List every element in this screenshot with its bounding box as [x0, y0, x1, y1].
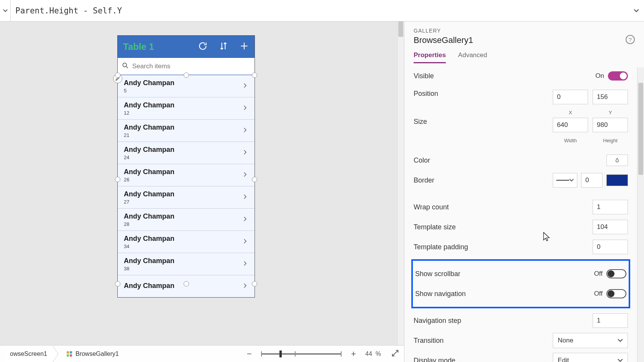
wrap-count-label: Wrap count — [414, 203, 593, 211]
gallery-item-title: Andy Champan — [124, 146, 242, 154]
size-label: Size — [414, 118, 553, 126]
gallery-item-subtitle: 24 — [124, 155, 242, 160]
border-width-input[interactable] — [581, 173, 603, 188]
gallery-item[interactable]: Andy Champan38 — [118, 253, 255, 275]
tab-advanced[interactable]: Advanced — [458, 51, 487, 63]
wrap-count-input[interactable] — [593, 200, 628, 214]
formula-input[interactable]: Parent.Height - Self.Y — [11, 6, 629, 15]
gallery-item-subtitle: 28 — [124, 221, 242, 227]
show-scrollbar-toggle[interactable] — [606, 269, 626, 278]
tab-properties[interactable]: Properties — [414, 51, 446, 63]
selection-handle[interactable] — [184, 281, 189, 286]
chevron-right-icon[interactable] — [242, 282, 248, 291]
gallery-item-title: Andy Champan — [124, 235, 242, 243]
chevron-right-icon[interactable] — [242, 149, 248, 157]
gallery-item-subtitle: 34 — [124, 244, 242, 249]
breadcrumb-screen[interactable]: owseScreen1 — [5, 346, 53, 362]
gallery-item[interactable]: Andy Champan34 — [118, 231, 255, 253]
display-mode-dropdown[interactable]: Edit — [553, 353, 628, 362]
zoom-in-button[interactable]: + — [348, 349, 358, 359]
gallery-item-subtitle: 21 — [124, 132, 242, 138]
svg-point-0 — [123, 63, 127, 67]
breadcrumb-control[interactable]: BrowseGallery1 — [61, 346, 124, 362]
selection-handle[interactable] — [115, 72, 120, 78]
border-style-dropdown[interactable] — [553, 173, 577, 188]
zoom-slider[interactable] — [261, 353, 342, 355]
chevron-right-icon[interactable] — [242, 127, 248, 135]
gallery-item[interactable]: Andy Champan27 — [118, 186, 255, 209]
app-title-label: Table 1 — [123, 41, 194, 52]
svg-rect-1 — [67, 351, 69, 354]
border-label: Border — [414, 176, 553, 184]
chevron-right-icon[interactable] — [242, 260, 248, 268]
formula-expand-button[interactable] — [629, 8, 644, 13]
gallery-item-subtitle: 38 — [124, 266, 242, 272]
selection-handle[interactable] — [115, 281, 120, 286]
chevron-right-icon[interactable] — [242, 238, 248, 246]
gallery-item-subtitle: 27 — [124, 199, 242, 205]
gallery-item-subtitle: 5 — [124, 88, 242, 94]
gallery-item[interactable]: Andy Champan26 — [118, 164, 255, 186]
breadcrumb-screen-label: owseScreen1 — [10, 350, 47, 357]
gallery-item-subtitle: 26 — [124, 177, 242, 183]
chevron-right-icon[interactable] — [242, 82, 248, 90]
gallery-icon — [66, 351, 72, 357]
selection-handle[interactable] — [252, 281, 257, 286]
formula-property-dropdown[interactable] — [0, 0, 11, 21]
add-icon[interactable] — [239, 41, 249, 53]
panel-vertical-scrollbar[interactable] — [637, 67, 644, 362]
svg-rect-2 — [70, 351, 72, 354]
selection-handle[interactable] — [184, 72, 189, 78]
search-input[interactable] — [132, 63, 251, 70]
zoom-out-button[interactable]: − — [244, 349, 254, 359]
size-height-input[interactable] — [593, 118, 628, 132]
gallery-item[interactable]: Andy Champan24 — [118, 142, 255, 164]
position-label: Position — [414, 90, 553, 98]
fit-to-window-button[interactable] — [391, 349, 399, 359]
properties-panel: GALLERY BrowseGallery1 ? Properties Adva… — [404, 21, 644, 362]
size-width-caption: Width — [564, 138, 577, 143]
svg-rect-4 — [70, 354, 72, 357]
control-name-label[interactable]: BrowseGallery1 — [414, 35, 473, 45]
show-navigation-label: Show navigation — [415, 290, 594, 298]
template-padding-label: Template padding — [414, 243, 593, 251]
help-icon[interactable]: ? — [626, 35, 635, 44]
position-x-input[interactable] — [553, 90, 588, 104]
visible-label: Visible — [414, 72, 595, 80]
visible-toggle[interactable] — [608, 71, 628, 81]
selection-handle[interactable] — [252, 177, 257, 182]
size-height-caption: Height — [603, 138, 618, 143]
template-padding-input[interactable] — [593, 240, 628, 254]
gallery-item-title: Andy Champan — [124, 168, 242, 176]
gallery-item-subtitle: 12 — [124, 110, 242, 116]
border-color-picker[interactable] — [606, 174, 628, 186]
chevron-right-icon[interactable] — [242, 193, 248, 202]
color-picker[interactable] — [606, 155, 628, 166]
chevron-right-icon[interactable] — [242, 216, 248, 224]
selection-handle[interactable] — [252, 72, 257, 78]
refresh-icon[interactable] — [198, 41, 208, 53]
control-type-label: GALLERY — [414, 28, 635, 34]
gallery-item[interactable]: Andy Champan5 — [118, 75, 255, 97]
position-y-input[interactable] — [593, 90, 628, 104]
sort-icon[interactable] — [219, 41, 228, 53]
gallery-item[interactable]: Andy Champan28 — [118, 209, 255, 231]
gallery-item-title: Andy Champan — [124, 190, 242, 198]
show-navigation-state-text: Off — [594, 290, 603, 298]
size-width-input[interactable] — [553, 118, 588, 132]
template-size-input[interactable] — [593, 220, 628, 234]
navigation-step-input[interactable] — [593, 313, 628, 328]
show-navigation-toggle[interactable] — [606, 289, 626, 298]
gallery-item[interactable]: Andy Champan21 — [118, 120, 255, 142]
gallery-item[interactable]: Andy Champan12 — [118, 97, 255, 120]
display-mode-label: Display mode — [414, 357, 553, 362]
design-canvas[interactable]: Table 1 — [0, 21, 404, 362]
canvas-vertical-scrollbar[interactable]: ▼ — [397, 21, 404, 362]
chevron-right-icon[interactable] — [242, 171, 248, 179]
app-preview: Table 1 — [118, 36, 255, 297]
browse-gallery[interactable]: Andy Champan5Andy Champan12Andy Champan2… — [118, 75, 255, 297]
chevron-right-icon[interactable] — [242, 104, 248, 113]
transition-label: Transition — [414, 337, 553, 345]
selection-handle[interactable] — [115, 177, 120, 182]
transition-dropdown[interactable]: None — [553, 333, 628, 348]
